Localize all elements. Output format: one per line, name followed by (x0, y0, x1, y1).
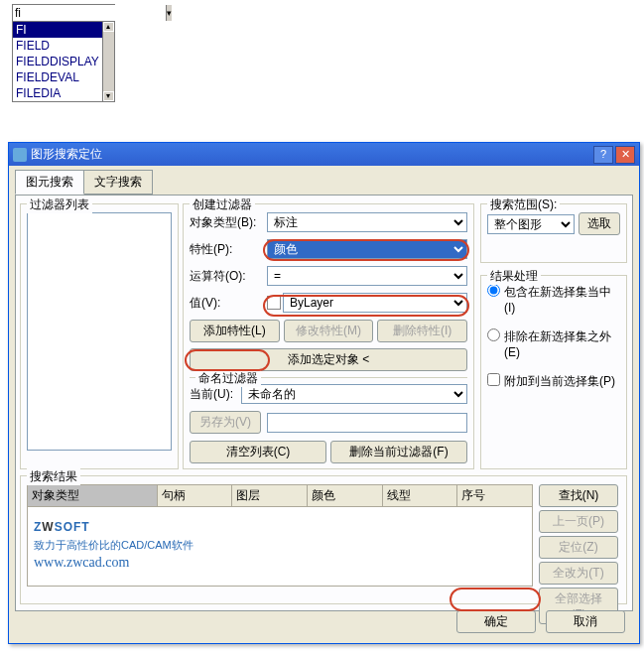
col-index[interactable]: 序号 (457, 485, 533, 507)
scroll-up-icon[interactable]: ▴ (103, 22, 114, 32)
search-scope-group: 搜索范围(S): 整个图形 选取 (480, 203, 627, 263)
search-scope-legend: 搜索范围(S): (487, 196, 560, 213)
command-input[interactable] (13, 5, 166, 21)
scroll-down-icon[interactable]: ▾ (103, 91, 114, 101)
append-checkbox[interactable] (487, 373, 500, 386)
color-swatch-icon (267, 296, 281, 310)
brand-url: www.zwcad.com (34, 555, 538, 571)
cancel-button[interactable]: 取消 (546, 610, 625, 633)
results-body[interactable]: ZWSOFT 致力于高性价比的CAD/CAM软件 www.zwcad.com (27, 507, 533, 587)
col-color[interactable]: 颜色 (308, 485, 383, 507)
search-locate-dialog: 图形搜索定位 ? ✕ 图元搜索 文字搜索 过滤器列表 创建过滤器 对象类型(B)… (8, 142, 640, 644)
pick-button[interactable]: 选取 (579, 212, 620, 235)
result-handling-legend: 结果处理 (487, 268, 541, 285)
tab-text-search[interactable]: 文字搜索 (83, 170, 153, 195)
scope-select[interactable]: 整个图形 (487, 214, 575, 234)
col-layer[interactable]: 图层 (232, 485, 308, 507)
command-autocomplete: FI FIELD FIELDDISPLAY FIELDEVAL FILEDIA … (12, 4, 115, 102)
app-icon (13, 148, 27, 162)
command-dropdown-toggle[interactable] (166, 5, 172, 21)
autocomplete-item[interactable]: FIELD (13, 38, 102, 54)
operator-label: 运算符(O): (190, 268, 267, 285)
exclude-radio[interactable] (487, 328, 500, 341)
include-label: 包含在新选择集当中(I) (504, 284, 620, 315)
object-type-select[interactable]: 标注 (267, 212, 467, 232)
autocomplete-item[interactable]: FI (13, 22, 102, 38)
result-handling-group: 结果处理 包含在新选择集当中(I) 排除在新选择集之外(E) 附加到当前选择集(… (480, 275, 627, 469)
close-button[interactable]: ✕ (615, 146, 635, 164)
modify-property-button[interactable]: 修改特性(M) (284, 320, 374, 342)
autocomplete-scrollbar[interactable]: ▴ ▾ (102, 22, 114, 101)
ok-button[interactable]: 确定 (456, 610, 536, 633)
clear-list-button[interactable]: 清空列表(C) (190, 441, 326, 463)
col-handle[interactable]: 句柄 (157, 485, 232, 507)
help-button[interactable]: ? (593, 146, 613, 164)
delete-property-button[interactable]: 删除特性(I) (377, 320, 467, 342)
naming-filter-legend: 命名过滤器 (195, 370, 261, 387)
locate-button[interactable]: 定位(Z) (539, 536, 618, 559)
append-label: 附加到当前选择集(P) (504, 373, 615, 390)
tab-entity-search[interactable]: 图元搜索 (15, 170, 84, 195)
save-as-button[interactable]: 另存为(V) (190, 411, 261, 434)
add-property-button[interactable]: 添加特性(L) (190, 320, 280, 342)
autocomplete-item[interactable]: FILEDIA (13, 85, 102, 101)
search-results-legend: 搜索结果 (27, 468, 80, 485)
dialog-title: 图形搜索定位 (31, 146, 593, 163)
save-as-input[interactable] (267, 413, 467, 433)
brand-logo: ZWSOFT (34, 513, 538, 536)
property-select[interactable]: 颜色 (267, 239, 467, 259)
filter-list-legend: 过滤器列表 (27, 196, 92, 213)
value-label: 值(V): (190, 295, 267, 312)
tab-panel: 过滤器列表 创建过滤器 对象类型(B): 标注 特性(P): 颜色 运算符(O)… (15, 195, 633, 611)
brand-tagline: 致力于高性价比的CAD/CAM软件 (34, 538, 538, 553)
change-all-button[interactable]: 全改为(T) (539, 562, 618, 585)
results-table: 对象类型 句柄 图层 颜色 线型 序号 (27, 484, 533, 507)
create-filter-group: 创建过滤器 对象类型(B): 标注 特性(P): 颜色 运算符(O): = 值(… (183, 203, 474, 469)
create-filter-legend: 创建过滤器 (190, 196, 255, 213)
col-object-type[interactable]: 对象类型 (28, 485, 158, 507)
search-results-group: 搜索结果 对象类型 句柄 图层 颜色 线型 序号 (20, 475, 627, 604)
col-linetype[interactable]: 线型 (382, 485, 457, 507)
autocomplete-list: FI FIELD FIELDDISPLAY FIELDEVAL FILEDIA (13, 22, 102, 101)
titlebar[interactable]: 图形搜索定位 ? ✕ (9, 143, 639, 166)
current-filter-select[interactable]: 未命名的 (241, 384, 467, 404)
autocomplete-item[interactable]: FIELDDISPLAY (13, 54, 102, 69)
include-radio[interactable] (487, 284, 500, 297)
autocomplete-item[interactable]: FIELDEVAL (13, 69, 102, 85)
add-selected-object-button[interactable]: 添加选定对象 < (190, 348, 467, 371)
current-label: 当前(U): (190, 386, 241, 403)
operator-select[interactable]: = (267, 266, 467, 286)
object-type-label: 对象类型(B): (190, 214, 267, 231)
filter-list-group: 过滤器列表 (20, 203, 179, 469)
prev-page-button[interactable]: 上一页(P) (539, 510, 618, 533)
delete-current-filter-button[interactable]: 删除当前过滤器(F) (330, 441, 467, 463)
filter-listbox[interactable] (27, 212, 172, 451)
property-label: 特性(P): (190, 241, 267, 258)
exclude-label: 排除在新选择集之外(E) (504, 328, 620, 359)
value-select[interactable]: ByLayer (283, 293, 467, 313)
find-button[interactable]: 查找(N) (539, 484, 618, 507)
